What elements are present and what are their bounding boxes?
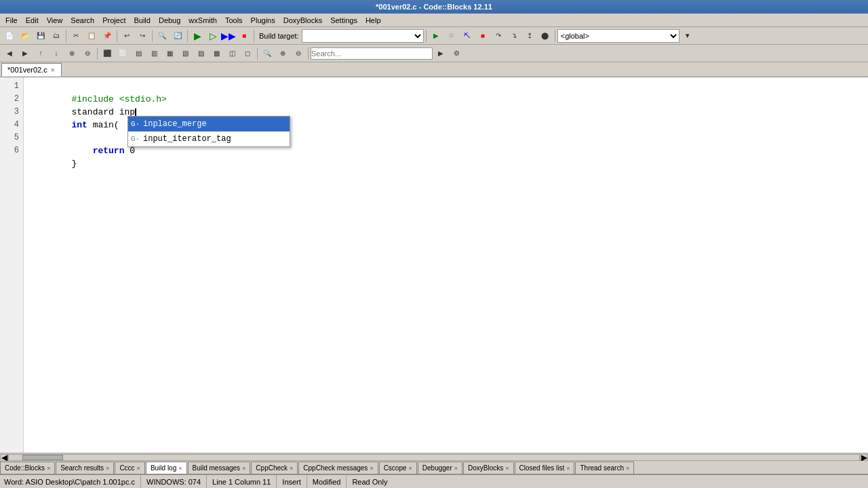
bottom-tab-search-results[interactable]: Search results×	[56, 462, 114, 474]
tb2-btn1[interactable]: ◀	[2, 46, 17, 61]
tb2-btn13[interactable]: ▨	[193, 46, 208, 61]
bottom-tab-close-btn[interactable]: ×	[47, 465, 50, 472]
undo-btn[interactable]: ↩	[119, 28, 134, 43]
scroll-left-btn[interactable]: ◀	[0, 454, 8, 461]
bottom-tab-build-log[interactable]: Build log×	[146, 462, 187, 474]
redo-btn[interactable]: ↪	[135, 28, 150, 43]
bottom-tab-close-btn[interactable]: ×	[409, 465, 412, 472]
menu-item-build[interactable]: Build	[130, 15, 154, 26]
bottom-tab-close-btn[interactable]: ×	[242, 465, 245, 472]
tb2-btn7[interactable]: ⬛	[100, 46, 115, 61]
bottom-tab-close-btn[interactable]: ×	[505, 465, 509, 472]
bottom-tab-build-messages[interactable]: Build messages×	[188, 462, 251, 474]
tb2-btn3[interactable]: ↑	[33, 46, 48, 61]
bottom-tab-code::blocks[interactable]: Code::Blocks×	[0, 462, 55, 474]
cut-btn[interactable]: ✂	[68, 28, 83, 43]
bottom-tab-cppcheck-messages[interactable]: CppCheck messages×	[298, 462, 378, 474]
stop-btn[interactable]: ■	[237, 28, 252, 43]
tb2-btn10[interactable]: ▥	[146, 46, 161, 61]
tb2-zoom-in-btn[interactable]: ⊕	[275, 46, 290, 61]
menu-item-view[interactable]: View	[43, 15, 67, 26]
bottom-tab-closed-files-list[interactable]: Closed files list×	[515, 462, 575, 474]
tb2-btn5[interactable]: ⊕	[64, 46, 79, 61]
tb2-btn11[interactable]: ▦	[162, 46, 177, 61]
bottom-tab-close-btn[interactable]: ×	[454, 465, 458, 472]
editor-area: 1 2 3 4 5 6 #include <stdio.h> standard …	[0, 77, 868, 453]
step-out-btn[interactable]: ↥	[522, 28, 537, 43]
scroll-track[interactable]	[8, 454, 860, 461]
menu-item-doxyblocks[interactable]: DoxyBlocks	[279, 15, 326, 26]
tb2-btn8[interactable]: ⬜	[115, 46, 130, 61]
run-btn[interactable]: ▷	[205, 28, 220, 43]
bottom-tab-close-btn[interactable]: ×	[566, 465, 570, 472]
tb2-search-settings-btn[interactable]: ⚙	[449, 46, 464, 61]
menu-item-wxsmith[interactable]: wxSmith	[184, 15, 221, 26]
menu-item-tools[interactable]: Tools	[221, 15, 247, 26]
tab-close-btn[interactable]: ×	[50, 66, 56, 74]
menu-item-edit[interactable]: Edit	[22, 15, 43, 26]
toggle-bp-btn[interactable]: ⬤	[538, 28, 553, 43]
debug-target-btn[interactable]: ⛏	[460, 28, 475, 43]
menu-item-project[interactable]: Project	[98, 15, 130, 26]
debug-btn[interactable]: ▶▶	[221, 28, 236, 43]
horizontal-scrollbar[interactable]: ◀ ▶	[0, 453, 868, 461]
menu-item-settings[interactable]: Settings	[326, 15, 361, 26]
step-over-btn[interactable]: ↷	[491, 28, 506, 43]
ac-item-inplace-merge[interactable]: G· inplace_merge	[128, 117, 290, 131]
replace-btn[interactable]: 🔄	[170, 28, 185, 43]
bottom-tab-thread-search[interactable]: Thread search×	[575, 462, 634, 474]
bottom-tab-debugger[interactable]: Debugger×	[418, 462, 462, 474]
menu-item-file[interactable]: File	[1, 15, 22, 26]
bottom-tab-cccc[interactable]: Cccc×	[115, 462, 145, 474]
tb2-btn16[interactable]: ◻	[240, 46, 255, 61]
tb2-btn6[interactable]: ⊖	[80, 46, 95, 61]
build-target-btn[interactable]: ⚙	[444, 28, 459, 43]
global-symbols-dropdown[interactable]: <global>	[557, 29, 679, 43]
bottom-tab-close-btn[interactable]: ×	[290, 465, 293, 472]
save-all-btn[interactable]: 🗂	[49, 28, 64, 43]
build-target-dropdown[interactable]	[302, 29, 424, 43]
menu-item-help[interactable]: Help	[361, 15, 385, 26]
stop-target-btn[interactable]: ■	[475, 28, 490, 43]
ac-item-input-iterator-tag[interactable]: G· input_iterator_tag	[128, 131, 290, 146]
tb2-zoom-out-btn[interactable]: ⊖	[291, 46, 306, 61]
run-target-btn[interactable]: ▶	[429, 28, 443, 43]
bottom-tab-close-btn[interactable]: ×	[137, 465, 140, 472]
save-btn[interactable]: 💾	[33, 28, 48, 43]
bottom-tab-close-btn[interactable]: ×	[626, 465, 629, 472]
find-btn[interactable]: 🔍	[155, 28, 170, 43]
build-btn[interactable]: ▶	[190, 28, 205, 43]
tb2-btn14[interactable]: ▩	[209, 46, 224, 61]
tb2-search-go-btn[interactable]: ▶	[433, 46, 448, 61]
bottom-tab-cscope[interactable]: Cscope×	[379, 462, 417, 474]
tb2-search-btn[interactable]: 🔍	[260, 46, 275, 61]
tb2-btn9[interactable]: ▤	[131, 46, 146, 61]
tb2-btn4[interactable]: ↓	[49, 46, 64, 61]
bottom-tab-close-btn[interactable]: ×	[178, 465, 182, 472]
tb2-btn2[interactable]: ▶	[18, 46, 33, 61]
step-into-btn[interactable]: ↴	[507, 28, 521, 43]
open-btn[interactable]: 📂	[18, 28, 33, 43]
tb2-btn15[interactable]: ◫	[224, 46, 239, 61]
tb2-btn12[interactable]: ▧	[178, 46, 193, 61]
scroll-thumb[interactable]	[22, 455, 63, 460]
bottom-tab-label: Closed files list	[519, 464, 565, 472]
paste-btn[interactable]: 📌	[100, 28, 115, 43]
global-arrow-btn[interactable]: ▼	[680, 28, 695, 43]
search-input[interactable]	[311, 47, 433, 60]
bottom-tab-close-btn[interactable]: ×	[106, 465, 109, 472]
menu-item-search[interactable]: Search	[66, 15, 98, 26]
line-num-2: 2	[0, 93, 23, 106]
editor-tab-001ver02[interactable]: *001ver02.c ×	[1, 63, 62, 77]
new-file-btn[interactable]: 📄	[2, 28, 17, 43]
copy-btn[interactable]: 📋	[84, 28, 99, 43]
autocomplete-popup[interactable]: G· inplace_merge G· input_iterator_tag	[127, 116, 290, 147]
line2-text: standard inp	[71, 107, 136, 117]
bottom-tab-cppcheck[interactable]: CppCheck×	[251, 462, 298, 474]
bottom-tab-doxyblocks[interactable]: DoxyBlocks×	[463, 462, 514, 474]
sep8	[97, 47, 98, 60]
menu-item-plugins[interactable]: Plugins	[247, 15, 279, 26]
menu-item-debug[interactable]: Debug	[155, 15, 184, 26]
scroll-right-btn[interactable]: ▶	[860, 454, 868, 461]
bottom-tab-close-btn[interactable]: ×	[370, 465, 373, 472]
